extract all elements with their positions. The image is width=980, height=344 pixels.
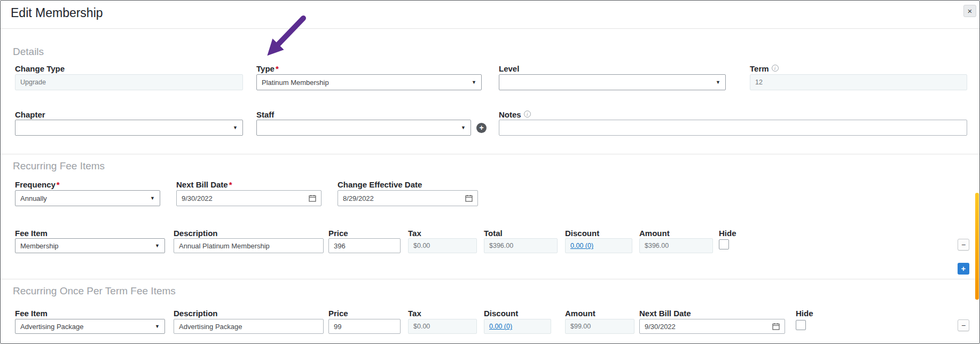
amount-column-header: Amount (565, 309, 595, 318)
fee-item-column-header: Fee Item (15, 309, 48, 318)
total-column-header: Total (484, 229, 503, 238)
change-effective-date-input[interactable]: 8/29/2022 (338, 190, 478, 206)
term-label: Termi (750, 64, 779, 73)
chapter-select[interactable]: ▼ (15, 120, 243, 136)
required-asterisk: * (276, 64, 279, 73)
discount-column-header: Discount (484, 309, 518, 318)
change-type-input[interactable]: Upgrade (15, 74, 243, 90)
type-select[interactable]: Platinum Membership ▼ (256, 74, 482, 90)
hide-column-header: Hide (796, 309, 813, 318)
description-column-header: Description (174, 229, 218, 238)
remove-row-button[interactable]: − (958, 239, 969, 251)
edit-membership-modal: Edit Membership × Details Change Type Up… (0, 0, 980, 344)
remove-row-button[interactable]: − (958, 319, 969, 331)
header-divider (1, 28, 979, 29)
amount-value: $99.00 (565, 319, 634, 334)
calendar-icon[interactable] (465, 194, 473, 202)
notes-label: Notesi (499, 110, 531, 119)
price-input[interactable]: 99 (328, 319, 401, 334)
description-input[interactable]: Annual Platinum Membership (174, 238, 324, 253)
discount-column-header: Discount (565, 229, 599, 238)
page-title: Edit Membership (11, 6, 103, 20)
tax-value: $0.00 (408, 319, 477, 334)
close-icon[interactable]: × (963, 5, 976, 17)
calendar-icon[interactable] (309, 194, 316, 202)
discount-link[interactable]: 0.00 (0) (570, 242, 593, 249)
recurring-fee-items-heading: Recurring Fee Items (13, 160, 105, 172)
fee-item-select[interactable]: Membership ▼ (15, 238, 165, 253)
term-input[interactable]: 12 (750, 74, 967, 90)
change-effective-date-label: Change Effective Date (338, 180, 422, 189)
staff-label: Staff (256, 110, 274, 119)
description-input[interactable]: Advertising Package (174, 319, 324, 334)
chevron-down-icon: ▼ (155, 243, 160, 248)
chapter-label: Chapter (15, 110, 45, 119)
required-asterisk: * (229, 180, 232, 189)
chevron-down-icon: ▼ (461, 125, 466, 130)
once-per-term-heading: Recurring Once Per Term Fee Items (13, 285, 176, 297)
level-select[interactable]: ▼ (499, 74, 726, 90)
next-bill-date-input[interactable]: 9/30/2022 (639, 319, 785, 334)
notes-input[interactable] (499, 120, 967, 136)
info-icon[interactable]: i (772, 65, 779, 72)
fee-item-column-header: Fee Item (15, 229, 48, 238)
details-heading: Details (13, 46, 44, 58)
add-staff-icon[interactable]: + (476, 123, 487, 133)
next-bill-date-column-header: Next Bill Date (639, 309, 691, 318)
price-column-header: Price (328, 229, 348, 238)
next-bill-date-input[interactable]: 9/30/2022 (176, 190, 322, 206)
level-label: Level (499, 64, 519, 73)
section-divider (1, 154, 979, 154)
amount-column-header: Amount (639, 229, 670, 238)
chevron-down-icon: ▼ (472, 80, 476, 85)
chevron-down-icon: ▼ (155, 324, 160, 329)
tax-value: $0.00 (408, 238, 477, 253)
frequency-select[interactable]: Annually ▼ (15, 190, 160, 206)
total-value: $396.00 (484, 238, 558, 253)
description-column-header: Description (174, 309, 218, 318)
type-label: Type* (256, 64, 279, 73)
scrollbar-thumb[interactable] (975, 193, 979, 300)
annotation-arrow (252, 14, 316, 65)
chevron-down-icon: ▼ (716, 80, 720, 85)
section-divider (1, 279, 979, 279)
amount-value: $396.00 (639, 238, 713, 253)
discount-link[interactable]: 0.00 (0) (489, 323, 512, 330)
hide-checkbox[interactable] (719, 239, 729, 249)
staff-select[interactable]: ▼ (256, 120, 471, 136)
required-asterisk: * (57, 180, 60, 189)
hide-checkbox[interactable] (796, 320, 806, 330)
discount-cell: 0.00 (0) (484, 319, 551, 334)
next-bill-date-label: Next Bill Date* (176, 180, 232, 189)
tax-column-header: Tax (408, 309, 421, 318)
chevron-down-icon: ▼ (150, 196, 155, 201)
change-type-label: Change Type (15, 64, 65, 73)
fee-item-select[interactable]: Advertising Package ▼ (15, 319, 165, 334)
tax-column-header: Tax (408, 229, 421, 238)
price-column-header: Price (328, 309, 348, 318)
add-row-button[interactable]: + (958, 263, 969, 275)
calendar-icon[interactable] (772, 323, 780, 330)
info-icon[interactable]: i (524, 111, 531, 118)
price-input[interactable]: 396 (328, 238, 401, 253)
discount-cell: 0.00 (0) (565, 238, 632, 253)
chevron-down-icon: ▼ (233, 125, 238, 130)
hide-column-header: Hide (719, 229, 736, 238)
frequency-label: Frequency* (15, 180, 60, 189)
